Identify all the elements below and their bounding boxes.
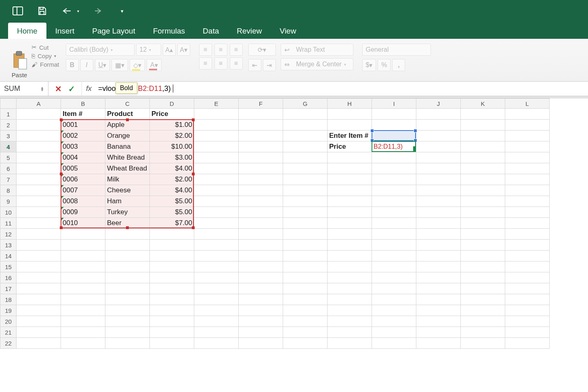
cell-F19[interactable] <box>239 305 283 316</box>
cell-G1[interactable] <box>283 109 328 120</box>
cell-F18[interactable] <box>239 294 283 305</box>
cell-A1[interactable] <box>17 109 61 120</box>
col-header-B[interactable]: B <box>61 99 105 109</box>
cell-C8[interactable]: Cheese <box>105 185 150 196</box>
cell-B2[interactable]: 0001 <box>61 120 105 131</box>
cell-L21[interactable] <box>505 327 550 338</box>
cell-E4[interactable] <box>194 141 239 152</box>
redo-icon[interactable] <box>91 4 104 17</box>
cell-I4[interactable]: B2:D11,3) <box>372 141 416 152</box>
row-header-15[interactable]: 15 <box>0 261 17 272</box>
cell-L11[interactable] <box>505 218 550 229</box>
cell-H19[interactable] <box>328 305 372 316</box>
cancel-formula-button[interactable]: ✕ <box>55 84 62 94</box>
cell-A14[interactable] <box>17 251 61 261</box>
cell-J9[interactable] <box>416 196 461 207</box>
cell-C12[interactable] <box>105 229 150 240</box>
cell-F11[interactable] <box>239 218 283 229</box>
cell-K19[interactable] <box>461 305 505 316</box>
cell-B16[interactable] <box>61 272 105 283</box>
cell-H22[interactable] <box>328 338 372 349</box>
cell-I20[interactable] <box>372 316 416 327</box>
cell-D15[interactable] <box>150 261 194 272</box>
cell-C6[interactable]: Wheat Bread <box>105 163 150 174</box>
cell-J11[interactable] <box>416 218 461 229</box>
cell-E14[interactable] <box>194 251 239 261</box>
cell-G5[interactable] <box>283 152 328 163</box>
cell-G22[interactable] <box>283 338 328 349</box>
cell-D10[interactable]: $5.00 <box>150 207 194 218</box>
cell-C4[interactable]: Banana <box>105 141 150 152</box>
cell-C16[interactable] <box>105 272 150 283</box>
cell-G8[interactable] <box>283 185 328 196</box>
cell-E3[interactable] <box>194 131 239 141</box>
cell-G3[interactable] <box>283 131 328 141</box>
underline-button[interactable]: U ▾ <box>95 59 110 71</box>
cell-H13[interactable] <box>328 240 372 251</box>
cell-B6[interactable]: 0005 <box>61 163 105 174</box>
cell-H2[interactable] <box>328 120 372 131</box>
cell-L8[interactable] <box>505 185 550 196</box>
cell-L13[interactable] <box>505 240 550 251</box>
cell-E10[interactable] <box>194 207 239 218</box>
cell-J4[interactable] <box>416 141 461 152</box>
cell-I16[interactable] <box>372 272 416 283</box>
row-header-17[interactable]: 17 <box>0 283 17 294</box>
cell-D19[interactable] <box>150 305 194 316</box>
italic-button[interactable]: I <box>80 59 93 71</box>
cell-D16[interactable] <box>150 272 194 283</box>
cell-J15[interactable] <box>416 261 461 272</box>
cell-E20[interactable] <box>194 316 239 327</box>
currency-button[interactable]: $ ▾ <box>362 59 376 71</box>
row-header-9[interactable]: 9 <box>0 196 17 207</box>
quick-access-more-icon[interactable]: ▾ <box>116 4 128 17</box>
cell-F21[interactable] <box>239 327 283 338</box>
cell-A17[interactable] <box>17 283 61 294</box>
cell-H4[interactable]: Price <box>328 141 372 152</box>
cell-K9[interactable] <box>461 196 505 207</box>
cell-A18[interactable] <box>17 294 61 305</box>
cell-H3[interactable]: Enter Item # <box>328 131 372 141</box>
cell-A13[interactable] <box>17 240 61 251</box>
cell-B7[interactable]: 0006 <box>61 174 105 185</box>
cell-E16[interactable] <box>194 272 239 283</box>
align-center-button[interactable]: ≡ <box>214 57 227 70</box>
percent-button[interactable]: % <box>378 59 391 71</box>
row-header-12[interactable]: 12 <box>0 229 17 240</box>
cell-B1[interactable]: Item # <box>61 109 105 120</box>
cell-H12[interactable] <box>328 229 372 240</box>
cell-L2[interactable] <box>505 120 550 131</box>
cell-C20[interactable] <box>105 316 150 327</box>
increase-indent-button[interactable]: ⇥ <box>263 59 276 71</box>
save-icon[interactable] <box>36 4 48 17</box>
cell-D14[interactable] <box>150 251 194 261</box>
col-header-C[interactable]: C <box>105 99 150 109</box>
cell-D13[interactable] <box>150 240 194 251</box>
cell-L17[interactable] <box>505 283 550 294</box>
cell-F8[interactable] <box>239 185 283 196</box>
cell-K2[interactable] <box>461 120 505 131</box>
cell-F16[interactable] <box>239 272 283 283</box>
cell-B14[interactable] <box>61 251 105 261</box>
row-header-18[interactable]: 18 <box>0 294 17 305</box>
cell-I5[interactable] <box>372 152 416 163</box>
cell-A19[interactable] <box>17 305 61 316</box>
cell-A22[interactable] <box>17 338 61 349</box>
row-header-14[interactable]: 14 <box>0 251 17 261</box>
cell-A8[interactable] <box>17 185 61 196</box>
cell-A16[interactable] <box>17 272 61 283</box>
cell-I17[interactable] <box>372 283 416 294</box>
cell-L15[interactable] <box>505 261 550 272</box>
wrap-text-button[interactable]: ↩ Wrap Text <box>281 44 353 56</box>
cell-K13[interactable] <box>461 240 505 251</box>
cell-J5[interactable] <box>416 152 461 163</box>
cell-A3[interactable] <box>17 131 61 141</box>
cell-L10[interactable] <box>505 207 550 218</box>
cell-E5[interactable] <box>194 152 239 163</box>
col-header-H[interactable]: H <box>328 99 372 109</box>
tab-insert[interactable]: Insert <box>46 23 84 39</box>
cell-A11[interactable] <box>17 218 61 229</box>
cell-B4[interactable]: 0003 <box>61 141 105 152</box>
cell-I6[interactable] <box>372 163 416 174</box>
cell-I8[interactable] <box>372 185 416 196</box>
